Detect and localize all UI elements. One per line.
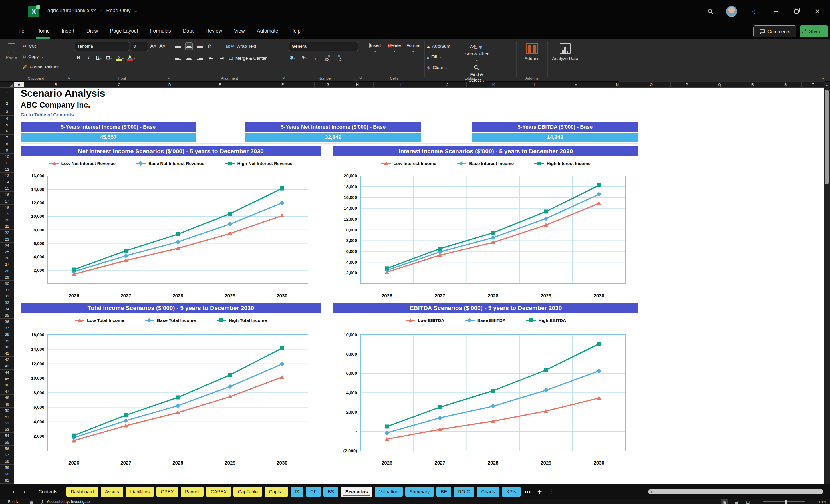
menu-tab-home[interactable]: Home [30,23,56,39]
row-header-59[interactable]: 59 [0,465,14,471]
analyze-data-button[interactable]: Analyze Data [550,43,580,61]
menu-tab-view[interactable]: View [228,23,251,39]
page-break-view-icon[interactable]: ◫ [744,499,752,504]
row-header-28[interactable]: 28 [0,268,14,274]
row-header-30[interactable]: 30 [0,281,14,287]
page-layout-view-icon[interactable]: ▤ [733,499,740,504]
wrap-text-button[interactable]: ab↩Wrap Text [225,42,256,51]
row-header-43[interactable]: 43 [0,363,14,369]
row-header-12[interactable]: 12 [0,166,14,173]
title-chevron-icon[interactable]: ⌄ [132,8,138,13]
row-header-56[interactable]: 56 [0,446,14,452]
chart-4[interactable]: EBITDA Scenarios ($'000) - 5 years to De… [333,303,638,471]
row-header-44[interactable]: 44 [0,370,14,376]
collapse-ribbon-icon[interactable]: ⌄ [821,75,825,81]
increase-indent-button[interactable]: ⇥ [218,54,225,62]
align-center-button[interactable] [185,54,193,62]
number-format-select[interactable]: General⌄ [289,42,358,51]
font-size-select[interactable]: 8⌄ [131,42,148,51]
sheet-tab-be[interactable]: BE [437,486,451,497]
format-cells-button[interactable]: Format⌄ [404,42,422,53]
font-color-button[interactable]: A⌄ [127,54,135,62]
row-header-49[interactable]: 49 [0,401,14,407]
align-left-button[interactable] [174,54,182,62]
align-top-button[interactable] [174,42,182,50]
column-header-R[interactable]: R [736,82,769,88]
row-header-19[interactable]: 19 [0,211,14,217]
zoom-slider[interactable] [763,501,805,502]
row-header-2[interactable]: 2 [0,99,14,108]
row-header-53[interactable]: 53 [0,427,14,433]
row-header-46[interactable]: 46 [0,382,14,388]
align-bottom-button[interactable] [196,42,204,50]
row-header-29[interactable]: 29 [0,274,14,281]
row-header-52[interactable]: 52 [0,420,14,427]
row-header-55[interactable]: 55 [0,439,14,446]
alignment-dialog-launcher[interactable]: ⇲ [282,76,285,80]
display-settings-icon[interactable]: ▦ [30,500,33,504]
row-header-37[interactable]: 37 [0,325,14,331]
increase-font-button[interactable]: A˄ [150,42,157,50]
column-header-B[interactable]: B [24,82,88,88]
row-header-41[interactable]: 41 [0,350,14,357]
row-header-31[interactable]: 31 [0,287,14,293]
align-right-button[interactable] [196,54,204,62]
sheet-tab-captable[interactable]: CapTable [233,486,262,497]
menu-tab-file[interactable]: File [10,23,30,39]
normal-view-icon[interactable]: ▦ [721,499,728,504]
currency-button[interactable]: $⌄ [289,54,296,62]
row-header-36[interactable]: 36 [0,319,14,325]
row-header-54[interactable]: 54 [0,433,14,439]
bold-button[interactable]: B [75,54,82,62]
row-header-26[interactable]: 26 [0,255,14,261]
scroll-up-icon[interactable]: ▲ [824,82,830,86]
sheet-options-icon[interactable]: ⋮ [548,488,554,495]
search-icon[interactable] [704,6,717,17]
merge-center-button[interactable]: ⬓Merge & Center⌄ [229,54,272,63]
worksheet-area[interactable]: Scenario Analysis ABC Company Inc. Go to… [14,88,824,484]
cut-button[interactable]: ✂Cut [23,42,70,51]
row-header-10[interactable]: 10 [0,154,14,160]
sheet-tab-bs[interactable]: BS [323,486,338,497]
column-header-J[interactable]: J [428,82,467,88]
column-header-C[interactable]: C [88,82,151,88]
row-header-6[interactable]: 6 [0,128,14,134]
sheet-tab-charts[interactable]: Charts [477,486,499,497]
percent-button[interactable]: % [300,54,308,62]
copy-button[interactable]: ⧉Copy⌄ [23,52,70,61]
paste-button[interactable]: Paste⌄ [2,42,21,73]
zoom-out-button[interactable]: − [756,500,758,504]
row-header-13[interactable]: 13 [0,173,14,179]
sheet-tab-roic[interactable]: ROIC [454,486,474,497]
row-header-22[interactable]: 22 [0,230,14,236]
comma-button[interactable]: , [312,54,319,62]
sheet-tab-capex[interactable]: CAPEX [206,486,231,497]
orientation-button[interactable]: ⟰⌄ [207,42,215,50]
row-header-35[interactable]: 35 [0,312,14,319]
column-header-H[interactable]: H [342,82,374,88]
clipboard-dialog-launcher[interactable]: ⇲ [67,76,70,80]
addins-button[interactable]: Add-ins [519,43,545,61]
row-header-3[interactable]: 3 [0,108,14,116]
row-header-16[interactable]: 16 [0,192,14,198]
row-header-14[interactable]: 14 [0,179,14,185]
prev-sheet-icon[interactable]: ‹ [8,488,19,496]
sheet-tab-scenarios[interactable]: Scenarios [341,486,372,497]
row-header-4[interactable]: 4 [0,116,14,122]
avatar[interactable] [725,6,738,17]
sheet-tab-summary[interactable]: Summary [405,486,434,497]
borders-button[interactable]: ⊞⌄ [105,54,113,62]
more-sheets-button[interactable]: ••• [525,490,531,494]
row-header-23[interactable]: 23 [0,236,14,243]
sheet-tab-capital[interactable]: Capital [264,486,288,497]
row-header-50[interactable]: 50 [0,408,14,414]
row-header-5[interactable]: 5 [0,122,14,128]
zoom-level[interactable]: 110% [817,500,826,504]
table-of-contents-link[interactable]: Go to Table of Contents [21,112,74,118]
menu-tab-draw[interactable]: Draw [81,23,104,39]
row-header-32[interactable]: 32 [0,293,14,300]
row-header-21[interactable]: 21 [0,223,14,230]
row-header-18[interactable]: 18 [0,204,14,211]
column-header-T[interactable]: T [802,82,824,88]
row-header-60[interactable]: 60 [0,471,14,477]
